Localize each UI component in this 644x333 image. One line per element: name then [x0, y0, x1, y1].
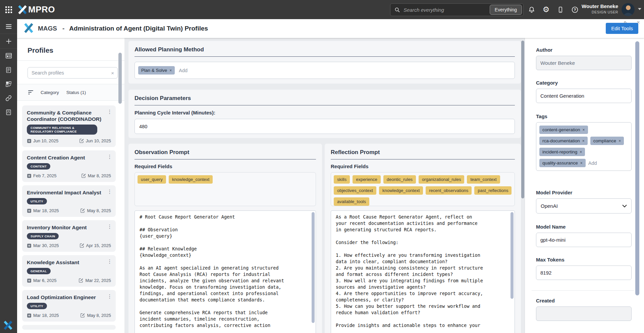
settings-gear-icon[interactable]: ⚙ [542, 5, 550, 14]
main-scrollbar[interactable] [521, 41, 524, 198]
profile-card[interactable]: Load Optimization Engineer ⋮ UTILITY Mar… [22, 290, 116, 322]
kebab-menu-icon[interactable]: ⋮ [107, 224, 112, 230]
profile-card[interactable]: Content Creation Agent ⋮ CONTENT Feb 7, … [22, 150, 116, 182]
tag-chip: rca-documentation× [539, 137, 588, 145]
planning-cycle-interval-input[interactable] [135, 119, 515, 134]
section-heading: Observation Prompt [135, 149, 316, 156]
required-field-chip[interactable]: available_tools [334, 197, 369, 206]
required-fields-label: Required Fields [331, 163, 515, 169]
rail-dashboard-icon[interactable] [0, 49, 17, 63]
profile-category-badge: SUPPLY CHAIN [27, 233, 59, 239]
max-tokens-input[interactable] [536, 266, 632, 280]
kebab-menu-icon[interactable]: ⋮ [107, 109, 112, 115]
section-divider [135, 56, 515, 57]
rail-calculator-icon[interactable] [0, 105, 17, 119]
profiles-search[interactable]: × [28, 67, 118, 79]
required-field-chip[interactable]: past_reflections [474, 186, 512, 195]
required-field-chip[interactable]: objectives_context [334, 186, 376, 195]
created-label: Created [536, 298, 632, 303]
user-role: DESIGN USER [582, 10, 618, 15]
profile-card[interactable]: Community & Compliance Coordinator (COOR… [22, 105, 116, 147]
kebab-menu-icon[interactable]: ⋮ [107, 293, 112, 299]
modified-date: May 8, 2025 [80, 313, 111, 318]
author-input [536, 56, 632, 70]
required-field-chip[interactable]: knowledge_context [379, 186, 423, 195]
required-field-chip[interactable]: user_query [138, 175, 166, 184]
filter-category[interactable]: Category [41, 90, 59, 95]
filter-icon[interactable] [28, 90, 33, 94]
required-field-chip[interactable]: knowledge_context [169, 175, 213, 184]
textarea-scrollbar[interactable] [312, 212, 315, 323]
required-field-chip[interactable]: team_context [467, 175, 500, 184]
app-grid-icon[interactable] [3, 4, 15, 16]
observation-prompt-textarea[interactable]: # Root Cause Report Generator Agent ## O… [135, 210, 316, 333]
profile-category-badge: CONTENT [27, 163, 50, 170]
remove-tag-icon[interactable]: × [582, 139, 585, 143]
kebab-menu-icon[interactable]: ⋮ [107, 189, 112, 195]
section-heading: Allowed Planning Method [135, 46, 515, 53]
clear-search-icon[interactable]: × [108, 70, 117, 76]
notifications-bell-icon[interactable] [527, 5, 536, 14]
author-label: Author [536, 47, 632, 53]
edit-tools-button[interactable]: Edit Tools [606, 23, 638, 34]
help-icon[interactable]: ? [571, 5, 579, 14]
remove-tag-icon[interactable]: × [619, 139, 621, 143]
model-name-input[interactable] [536, 233, 632, 247]
search-scope-button[interactable]: Everything [490, 5, 522, 15]
app-title-separator: - [62, 25, 64, 32]
profile-name: Environmental Impact Analyst [27, 189, 111, 196]
rail-forms-icon[interactable] [0, 63, 17, 77]
profile-card[interactable]: Knowledge Assistant ⋮ GENERAL Mar 6, 202… [22, 255, 116, 287]
required-fields-label: Required Fields [135, 163, 316, 169]
search-input[interactable] [404, 7, 490, 13]
planning-method-tag-input[interactable]: Plan & Solve × Add [135, 62, 515, 79]
profiles-title: Profiles [28, 46, 124, 54]
grid-icon [5, 6, 13, 14]
required-field-chip[interactable]: recent_observations [426, 186, 472, 195]
rail-menu-icon[interactable] [0, 19, 17, 34]
required-field-chip[interactable]: skills [334, 175, 350, 184]
remove-tag-icon[interactable]: × [580, 150, 582, 154]
created-icon [27, 313, 32, 318]
model-provider-select[interactable]: OpenAI [536, 198, 632, 213]
required-field-chip[interactable]: organizational_rules [419, 175, 464, 184]
required-field-chip[interactable]: experience [353, 175, 381, 184]
rail-link-icon[interactable] [0, 91, 17, 105]
user-caret-icon[interactable] [638, 8, 641, 10]
reflection-prompt-textarea[interactable]: As a Root Cause Report Generator Agent, … [331, 210, 515, 333]
user-menu[interactable]: Wouter Beneke DESIGN USER [582, 3, 618, 15]
remove-chip-icon[interactable]: × [169, 68, 172, 73]
rail-xmpro-icon[interactable] [3, 320, 13, 332]
details-scrollbar[interactable] [635, 41, 639, 295]
profiles-filter-bar: Category Status (1) [17, 84, 124, 101]
remove-tag-icon[interactable]: × [583, 128, 585, 132]
profile-card[interactable]: Inventory Monitor Agent ⋮ SUPPLY CHAIN M… [22, 220, 116, 252]
created-icon [27, 139, 32, 143]
section-heading: Reflection Prompt [331, 149, 515, 156]
kebab-menu-icon[interactable]: ⋮ [107, 258, 112, 265]
remove-tag-icon[interactable]: × [580, 161, 583, 165]
category-input[interactable] [536, 89, 632, 103]
global-search[interactable]: Everything [390, 3, 524, 16]
profile-card-partial[interactable] [22, 325, 116, 330]
profile-card[interactable]: Environmental Impact Analyst ⋮ UTILITY M… [22, 185, 116, 217]
required-field-chip[interactable]: deontic_rules [383, 175, 416, 184]
avatar[interactable] [622, 3, 635, 16]
modified-pencil-icon [79, 138, 84, 143]
tags-input[interactable]: content-generation× rca-documentation× c… [536, 122, 632, 171]
xmpro-logo[interactable]: MPRO [17, 4, 55, 15]
rail-blocks-icon[interactable] [0, 77, 17, 91]
profiles-panel: Profiles × Category Status (1) Community… [17, 38, 124, 333]
modified-date: May 8, 2025 [80, 208, 111, 213]
textarea-scrollbar[interactable] [511, 212, 514, 299]
rail-add-icon[interactable] [0, 34, 17, 49]
profiles-search-input[interactable] [28, 70, 108, 76]
mobile-device-icon[interactable] [556, 5, 565, 14]
category-field: Category [536, 80, 632, 103]
profile-dates: Mar 30, 2025 Apr 15, 2025 [27, 243, 111, 248]
filter-status[interactable]: Status (1) [66, 90, 86, 95]
profiles-scrollbar[interactable] [118, 53, 122, 104]
observation-prompt-text: # Root Cause Report Generator Agent ## O… [135, 211, 316, 332]
kebab-menu-icon[interactable]: ⋮ [107, 154, 112, 160]
tags-field: Tags content-generation× rca-documentati… [536, 113, 632, 171]
